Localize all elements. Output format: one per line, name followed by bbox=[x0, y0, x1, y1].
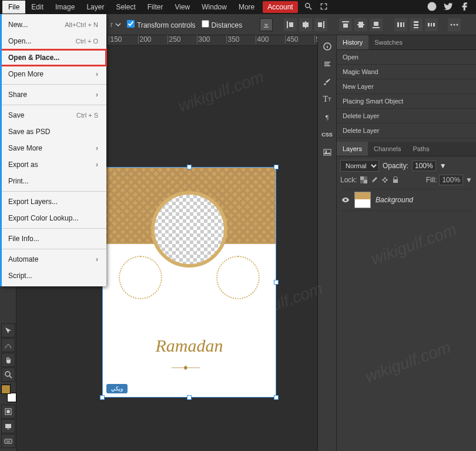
lock-all-icon[interactable] bbox=[391, 176, 400, 184]
menu-save-as-psd[interactable]: Save as PSD bbox=[0, 123, 106, 140]
info-panel-icon[interactable] bbox=[320, 39, 335, 54]
svg-rect-39 bbox=[324, 65, 330, 66]
move-tool-icon[interactable] bbox=[1, 323, 15, 338]
tab-swatches[interactable]: Swatches bbox=[368, 35, 408, 49]
image-panel-icon[interactable] bbox=[320, 145, 335, 160]
tab-history[interactable]: History bbox=[337, 35, 368, 49]
menu-file-info[interactable]: File Info... bbox=[0, 230, 106, 247]
transform-handle[interactable] bbox=[274, 280, 279, 285]
history-item[interactable]: Open bbox=[337, 50, 476, 65]
hand-tool-icon[interactable] bbox=[1, 353, 15, 367]
history-item[interactable]: New Layer bbox=[337, 79, 476, 94]
align-left-icon[interactable] bbox=[284, 18, 297, 31]
svg-rect-12 bbox=[374, 22, 378, 26]
align-right-icon[interactable] bbox=[314, 18, 327, 31]
transform-handle[interactable] bbox=[100, 395, 105, 400]
align-hcenter-icon[interactable] bbox=[299, 18, 312, 31]
menu-open[interactable]: Open...Ctrl + O bbox=[0, 33, 106, 49]
fill-value[interactable]: 100% bbox=[439, 175, 463, 185]
menu-open-more[interactable]: Open More› bbox=[0, 66, 106, 82]
transform-handle[interactable] bbox=[274, 165, 279, 169]
lock-brush-icon[interactable] bbox=[370, 176, 378, 184]
twitter-icon[interactable] bbox=[443, 1, 454, 14]
menu-image[interactable]: Image bbox=[49, 1, 81, 14]
more-options-icon[interactable] bbox=[448, 18, 461, 31]
blend-mode-select[interactable]: Normal bbox=[340, 160, 379, 172]
distances-checkbox[interactable]: Distances bbox=[202, 20, 243, 29]
tab-paths[interactable]: Paths bbox=[407, 142, 435, 156]
transform-handle[interactable] bbox=[187, 395, 192, 400]
menu-select[interactable]: Select bbox=[110, 1, 141, 14]
menu-save[interactable]: SaveCtrl + S bbox=[0, 107, 106, 123]
account-button[interactable]: Account bbox=[263, 1, 297, 13]
zoom-tool-icon[interactable] bbox=[1, 368, 15, 382]
align-bottom-icon[interactable] bbox=[370, 18, 383, 31]
screenmode-icon[interactable] bbox=[1, 419, 15, 433]
align-vcenter-icon[interactable] bbox=[354, 18, 367, 31]
layer-thumbnail bbox=[354, 192, 371, 208]
menu-layer[interactable]: Layer bbox=[81, 1, 110, 14]
opacity-slider-icon[interactable]: ▼ bbox=[440, 162, 447, 170]
menu-open-and-place[interactable]: Open & Place... bbox=[0, 49, 106, 66]
svg-rect-14 bbox=[400, 22, 402, 27]
layer-name[interactable]: Background bbox=[376, 196, 413, 204]
path-tool-icon[interactable] bbox=[1, 338, 15, 352]
svg-rect-35 bbox=[6, 442, 10, 442]
menu-script[interactable]: Script... bbox=[0, 268, 106, 284]
css-panel-icon[interactable]: CSS bbox=[320, 127, 335, 142]
tab-layers[interactable]: Layers bbox=[337, 142, 368, 156]
svg-rect-29 bbox=[7, 429, 9, 429]
document-canvas[interactable]: Ramadan ويكي bbox=[103, 168, 276, 397]
menu-view[interactable]: View bbox=[169, 1, 196, 14]
color-swatches[interactable] bbox=[1, 385, 16, 402]
layer-row[interactable]: Background bbox=[340, 189, 472, 211]
menu-automate[interactable]: Automate› bbox=[0, 251, 106, 268]
distribute-h-icon[interactable] bbox=[394, 18, 407, 31]
menu-filter[interactable]: Filter bbox=[142, 1, 169, 14]
history-panel: History Swatches Open Magic Wand New Lay… bbox=[337, 35, 476, 138]
menu-share[interactable]: Share› bbox=[0, 86, 106, 103]
reddit-icon[interactable] bbox=[427, 1, 437, 14]
svg-rect-44 bbox=[364, 180, 367, 183]
history-item[interactable]: Placing Smart Object bbox=[337, 94, 476, 109]
align-top-icon[interactable] bbox=[339, 18, 352, 31]
lock-position-icon[interactable] bbox=[381, 176, 389, 184]
glyphs-panel-icon[interactable]: ¶ bbox=[320, 109, 335, 125]
menu-export-layers[interactable]: Export Layers... bbox=[0, 193, 106, 210]
opacity-value[interactable]: 100% bbox=[412, 161, 436, 171]
lock-transparency-icon[interactable] bbox=[360, 176, 368, 184]
menu-edit[interactable]: Edit bbox=[25, 1, 49, 14]
history-item[interactable]: Magic Wand bbox=[337, 65, 476, 79]
menu-export-color-lookup[interactable]: Export Color Lookup... bbox=[0, 210, 106, 226]
svg-point-27 bbox=[6, 410, 10, 413]
character-panel-icon[interactable]: TT bbox=[320, 92, 335, 107]
fullscreen-icon[interactable] bbox=[319, 2, 328, 13]
menu-save-more[interactable]: Save More› bbox=[0, 140, 106, 156]
distribute-v-icon[interactable] bbox=[410, 18, 423, 31]
tab-channels[interactable]: Channels bbox=[368, 142, 407, 156]
history-item[interactable]: Delete Layer bbox=[337, 109, 476, 123]
visibility-icon[interactable] bbox=[341, 196, 350, 204]
menu-more[interactable]: More bbox=[233, 1, 260, 14]
history-item[interactable]: Delete Layer bbox=[337, 123, 476, 138]
quickmask-icon[interactable] bbox=[1, 405, 15, 419]
menu-export-as[interactable]: Export as› bbox=[0, 156, 106, 173]
facebook-icon[interactable] bbox=[460, 1, 470, 14]
brush-panel-icon[interactable] bbox=[320, 74, 335, 89]
tool-preset[interactable]: r bbox=[110, 21, 121, 29]
menu-bar: File Edit Image Layer Select Filter View… bbox=[0, 0, 476, 14]
transform-controls-checkbox[interactable]: Transform controls bbox=[127, 20, 196, 29]
menu-window[interactable]: Window bbox=[196, 1, 233, 14]
svg-rect-13 bbox=[397, 22, 399, 27]
fill-slider-icon[interactable]: ▼ bbox=[465, 176, 472, 184]
menu-file[interactable]: File bbox=[2, 1, 25, 14]
transform-handle[interactable] bbox=[187, 165, 192, 169]
download-icon[interactable] bbox=[260, 18, 273, 31]
paragraph-panel-icon[interactable] bbox=[320, 56, 335, 72]
menu-new[interactable]: New...Alt+Ctrl + N bbox=[0, 16, 106, 33]
distribute-spacing-icon[interactable] bbox=[425, 18, 438, 31]
transform-handle[interactable] bbox=[274, 395, 279, 400]
menu-print[interactable]: Print... bbox=[0, 173, 106, 189]
search-icon[interactable] bbox=[304, 2, 313, 13]
keyboard-icon[interactable] bbox=[1, 434, 15, 448]
